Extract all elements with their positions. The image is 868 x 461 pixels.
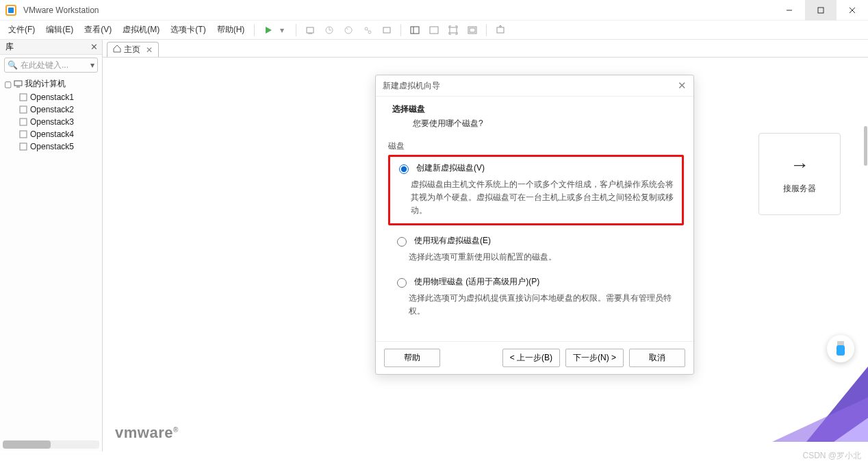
svg-rect-19 [450,27,457,33]
snapshot-revert-icon[interactable] [342,23,355,37]
library-close-icon[interactable]: ✕ [90,42,98,52]
radio-use-physical-disk[interactable] [397,278,407,288]
search-input[interactable]: 🔍 在此处键入... ▾ [4,58,98,73]
titlebar: VMware Workstation [0,0,868,21]
cancel-button[interactable]: 取消 [629,349,685,367]
option-desc: 选择此选项可为虚拟机提供直接访问本地硬盘的权限。需要具有管理员特权。 [394,288,677,318]
svg-rect-6 [307,27,314,33]
sidebar: 库 ✕ 🔍 在此处键入... ▾ ▢ 我的计算机 Openstack1 Open… [0,40,103,451]
app-logo-icon [4,3,18,17]
snapshot-take-icon[interactable] [322,23,336,37]
svg-rect-22 [497,27,504,33]
watermark-text: CSDN @罗小北 [802,450,861,461]
help-button[interactable]: 帮助 [384,349,440,367]
svg-rect-25 [20,94,27,101]
toolbar-icon-5[interactable] [380,23,394,37]
option-desc: 虚拟磁盘由主机文件系统上的一个或多个文件组成，客户机操作系统会将其视为单个硬盘。… [396,174,675,218]
tree-item-openstack3[interactable]: Openstack3 [0,116,102,128]
search-dropdown-icon[interactable]: ▾ [90,60,94,70]
menu-file[interactable]: 文件(F) [3,21,40,39]
svg-rect-27 [20,119,27,125]
radio-use-existing-disk[interactable] [397,237,407,247]
view-unity-icon[interactable] [465,23,479,37]
content-area: 主页 ✕ → 接服务器 新建虚拟机向导 ✕ 选择磁盘 您要使用哪个磁盘? [103,40,868,451]
vm-icon [18,118,29,126]
window-maximize-button[interactable] [805,0,837,21]
svg-rect-23 [14,81,22,86]
option-create-new-disk[interactable]: 创建新虚拟磁盘(V) 虚拟磁盘由主机文件系统上的一个或多个文件组成，客户机操作系… [388,155,684,225]
connect-server-tile[interactable]: → 接服务器 [758,133,841,215]
next-button[interactable]: 下一步(N) > [565,349,624,367]
svg-rect-1 [8,8,14,13]
svg-marker-32 [834,418,868,442]
tree-item-label: Openstack2 [30,105,74,114]
vm-icon [18,142,29,151]
tab-home[interactable]: 主页 ✕ [107,42,159,57]
toolbar-export-icon[interactable] [494,23,507,37]
tab-strip: 主页 ✕ [103,40,868,58]
computer-icon [12,79,23,88]
dialog-footer: 帮助 < 上一步(B) 下一步(N) > 取消 [376,341,693,374]
snapshot-manage-icon[interactable] [361,23,374,37]
power-dropdown-icon[interactable]: ▾ [275,23,289,37]
back-button[interactable]: < 上一步(B) [502,349,560,367]
svg-rect-33 [837,341,844,346]
decor-triangles [758,360,868,442]
window-minimize-button[interactable] [774,0,805,21]
menu-view[interactable]: 查看(V) [79,21,117,39]
status-strip: CSDN @罗小北 [0,451,868,461]
svg-line-14 [367,29,369,32]
sidebar-horizontal-scrollbar[interactable] [3,440,99,449]
tree-item-openstack5[interactable]: Openstack5 [0,140,102,153]
view-split-icon[interactable] [408,23,422,37]
connect-server-label: 接服务器 [783,183,816,195]
power-on-icon[interactable] [261,23,275,37]
new-vm-wizard-dialog: 新建虚拟机向导 ✕ 选择磁盘 您要使用哪个磁盘? 磁盘 创建新虚拟磁盘(V) 虚… [375,75,694,375]
option-desc: 选择此选项可重新使用以前配置的磁盘。 [394,247,677,264]
toolbar-icon-1[interactable] [303,23,317,37]
library-title: 库 [5,41,14,53]
dialog-close-icon[interactable]: ✕ [678,79,687,92]
tree-root-label: 我的计算机 [25,78,66,90]
svg-rect-3 [818,8,824,13]
option-use-physical-disk[interactable]: 使用物理磁盘 (适用于高级用户)(P) 选择此选项可为虚拟机提供直接访问本地硬盘… [388,271,684,323]
tree-collapse-icon[interactable]: ▢ [4,79,12,89]
radio-create-new-disk[interactable] [399,164,409,174]
window-close-button[interactable] [837,0,868,21]
option-label: 使用物理磁盘 (适用于高级用户)(P) [414,276,539,288]
svg-rect-15 [383,27,390,33]
menu-help[interactable]: 帮助(H) [212,21,251,39]
tree-item-openstack4[interactable]: Openstack4 [0,128,102,140]
arrow-right-icon: → [790,154,809,176]
menu-tabs[interactable]: 选项卡(T) [165,21,211,39]
view-fullscreen-icon[interactable] [446,23,460,37]
menu-vm[interactable]: 虚拟机(M) [117,21,165,39]
tree-item-openstack1[interactable]: Openstack1 [0,91,102,103]
vm-icon [18,93,29,101]
view-single-icon[interactable] [427,23,441,37]
usb-device-badge[interactable] [827,335,854,362]
menu-edit[interactable]: 编辑(E) [40,21,79,39]
tab-home-label: 主页 [124,44,140,55]
vertical-scroll-indicator[interactable] [864,126,867,166]
option-use-existing-disk[interactable]: 使用现有虚拟磁盘(E) 选择此选项可重新使用以前配置的磁盘。 [388,229,684,269]
vm-tree: ▢ 我的计算机 Openstack1 Openstack2 Openstack3… [0,75,102,157]
tab-close-icon[interactable]: ✕ [146,45,153,55]
tree-item-label: Openstack3 [30,117,74,127]
dialog-body: 磁盘 创建新虚拟磁盘(V) 虚拟磁盘由主机文件系统上的一个或多个文件组成，客户机… [376,136,693,341]
tree-root-my-computer[interactable]: ▢ 我的计算机 [0,77,102,91]
vmware-logo: vmware® [115,424,179,442]
disk-group-label: 磁盘 [388,140,684,152]
tree-item-openstack2[interactable]: Openstack2 [0,103,102,116]
svg-rect-18 [430,27,438,34]
window-title: VMware Workstation [23,5,99,15]
option-label: 创建新虚拟磁盘(V) [416,162,485,174]
vm-icon [18,130,29,138]
dialog-heading: 选择磁盘 [392,103,677,115]
svg-rect-21 [470,28,475,32]
svg-rect-28 [20,131,27,138]
toolbar-vm-group [301,23,396,37]
svg-rect-29 [20,143,27,150]
search-icon: 🔍 [8,60,18,70]
dialog-subheading: 您要使用哪个磁盘? [392,115,677,129]
